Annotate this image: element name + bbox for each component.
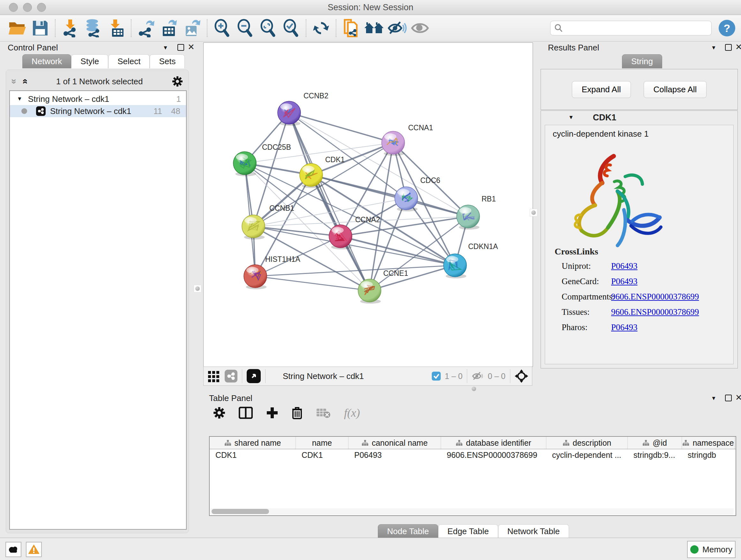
column-header-database-identifier[interactable]: database identifier xyxy=(441,437,546,449)
column-header-namespace[interactable]: namespace xyxy=(682,437,735,449)
open-session-button[interactable] xyxy=(6,18,29,38)
crosslink-value-link[interactable]: P06493 xyxy=(611,261,637,271)
import-network-database-button[interactable] xyxy=(82,18,105,38)
panel-float-icon[interactable] xyxy=(725,395,732,401)
collapse-all-networks-icon[interactable]: » xyxy=(9,79,20,84)
column-header-shared-name[interactable]: shared name xyxy=(210,437,296,449)
table-row[interactable]: CDK1CDK1P064939606.ENSP00000378699cyclin… xyxy=(210,449,736,461)
panel-float-icon[interactable] xyxy=(725,44,732,51)
scrollbar-thumb[interactable] xyxy=(212,509,269,514)
help-button[interactable]: ? xyxy=(719,20,735,37)
graph-edge-CDK1-RB1[interactable] xyxy=(311,175,468,216)
selected-node-edge-counts: 1 – 0 xyxy=(445,372,463,381)
zoom-out-button[interactable] xyxy=(233,18,257,38)
tab-node-table[interactable]: Node Table xyxy=(378,524,438,538)
birds-eye-view-icon[interactable] xyxy=(247,369,261,383)
table-cell[interactable]: CDK1 xyxy=(210,449,296,461)
tab-sets[interactable]: Sets xyxy=(150,54,185,68)
grid-view-icon[interactable] xyxy=(207,370,220,382)
expand-all-networks-icon[interactable]: » xyxy=(19,79,30,84)
table-horizontal-scrollbar[interactable] xyxy=(210,508,734,515)
panel-menu-icon[interactable]: ▼ xyxy=(711,45,717,51)
graph-edge-CCNA2-CDKN1A[interactable] xyxy=(340,236,455,265)
tab-style[interactable]: Style xyxy=(71,54,108,68)
section-collapse-icon[interactable]: ▼ xyxy=(568,114,574,121)
column-header-description[interactable]: description xyxy=(546,437,628,449)
node-gloss xyxy=(236,154,248,160)
show-all-button[interactable] xyxy=(408,18,431,38)
crosslink-value-link[interactable]: P06493 xyxy=(611,276,637,287)
tab-select[interactable]: Select xyxy=(108,54,150,68)
graph-edge-HIST1H1A-CCNE1[interactable] xyxy=(255,276,369,291)
node-table[interactable]: shared namenamecanonical namedatabase id… xyxy=(209,436,736,516)
column-header--id[interactable]: @id xyxy=(628,437,682,449)
results-button-bar: Expand All Collapse All xyxy=(541,69,738,110)
table-cell[interactable]: 9606.ENSP00000378699 xyxy=(441,449,546,461)
fit-selected-button[interactable] xyxy=(280,18,302,38)
hide-selected-button[interactable] xyxy=(386,18,408,38)
collection-label: String Network – cdk1 xyxy=(28,94,109,104)
export-table-button[interactable] xyxy=(158,18,181,38)
network-column-icon xyxy=(682,440,689,446)
network-options-gear-icon[interactable] xyxy=(172,76,183,87)
apply-layout-button[interactable] xyxy=(310,18,333,38)
zoom-in-button[interactable] xyxy=(211,18,233,38)
collection-expand-icon[interactable]: ▼ xyxy=(17,96,22,102)
collapse-all-button[interactable]: Collapse All xyxy=(644,81,707,98)
panel-close-icon[interactable]: ✕ xyxy=(735,393,741,402)
bottom-splitter-handle[interactable] xyxy=(472,387,476,391)
crosslink-value-link[interactable]: 9606.ENSP00000378699 xyxy=(611,307,699,317)
memory-button[interactable]: Memory xyxy=(687,541,736,558)
fit-selected-crosshair-icon[interactable] xyxy=(515,369,528,383)
network-view-canvas[interactable]: CCNB2CCNA1CDC25BCDK1CDC6RB1CCNB1CCNA2CDK… xyxy=(203,43,533,367)
search-input[interactable] xyxy=(563,21,708,35)
panel-float-icon[interactable] xyxy=(178,44,184,51)
expand-all-button[interactable]: Expand All xyxy=(572,81,631,98)
graph-edge-CCNA1-CDK1[interactable] xyxy=(311,143,393,175)
eye-icon xyxy=(411,21,429,36)
crosslink-value-link[interactable]: 9606.ENSP00000378699 xyxy=(611,292,699,302)
left-splitter-handle[interactable] xyxy=(194,285,201,293)
crosslink-value-link[interactable]: P06493 xyxy=(611,322,637,332)
delete-column-trash-icon[interactable] xyxy=(292,407,302,419)
tab-network-table[interactable]: Network Table xyxy=(498,524,569,538)
table-cell[interactable]: stringdb:9... xyxy=(628,449,682,461)
table-options-gear-icon[interactable] xyxy=(213,407,225,419)
tab-network[interactable]: Network xyxy=(22,54,71,68)
import-table-button[interactable] xyxy=(105,18,128,38)
table-cell[interactable]: CDK1 xyxy=(296,449,348,461)
table-cell[interactable]: stringdb xyxy=(682,449,735,461)
tab-edge-table[interactable]: Edge Table xyxy=(438,524,498,538)
tab-string[interactable]: String xyxy=(622,54,662,68)
first-neighbors-button[interactable] xyxy=(340,18,362,38)
table-cell[interactable]: P06493 xyxy=(348,449,441,461)
cloud-icon xyxy=(8,546,19,553)
graph-edge-CCNB2-CCNA1[interactable] xyxy=(289,113,393,143)
panel-close-icon[interactable]: ✕ xyxy=(735,42,741,52)
save-session-button[interactable] xyxy=(29,18,52,38)
selected-checkbox-icon[interactable] xyxy=(431,371,441,381)
fit-content-button[interactable] xyxy=(257,18,280,38)
export-image-button[interactable] xyxy=(181,18,204,38)
import-network-file-button[interactable] xyxy=(59,18,82,38)
hidden-node-edge-counts: 0 – 0 xyxy=(488,372,506,381)
panel-menu-icon[interactable]: ▼ xyxy=(163,45,168,51)
crosslink-row: Compartments:9606.ENSP00000378699 xyxy=(562,292,699,302)
network-row[interactable]: String Network – cdk1 11 48 xyxy=(10,105,186,117)
network-graph[interactable]: CCNB2CCNA1CDC25BCDK1CDC6RB1CCNB1CCNA2CDK… xyxy=(204,43,533,367)
graph-edge-CCNB2-CCNE1[interactable] xyxy=(289,113,369,291)
column-header-name[interactable]: name xyxy=(296,437,348,449)
show-columns-icon[interactable] xyxy=(239,407,253,419)
warnings-button[interactable] xyxy=(26,542,42,557)
table-cell[interactable]: cyclin-dependent ... xyxy=(546,449,628,461)
home-views-button[interactable] xyxy=(362,18,386,38)
control-panel: Control Panel ▼ ✕ Network Style Select S… xyxy=(3,42,191,533)
panel-menu-icon[interactable]: ▼ xyxy=(711,395,717,401)
network-collection-row[interactable]: ▼ String Network – cdk1 1 xyxy=(10,93,186,105)
export-network-button[interactable] xyxy=(135,18,158,38)
string-view-icon[interactable] xyxy=(225,370,238,382)
create-column-plus-icon[interactable] xyxy=(266,407,278,419)
panel-close-icon[interactable]: ✕ xyxy=(188,42,195,52)
cloud-status-button[interactable] xyxy=(5,542,21,557)
column-header-canonical-name[interactable]: canonical name xyxy=(348,437,441,449)
